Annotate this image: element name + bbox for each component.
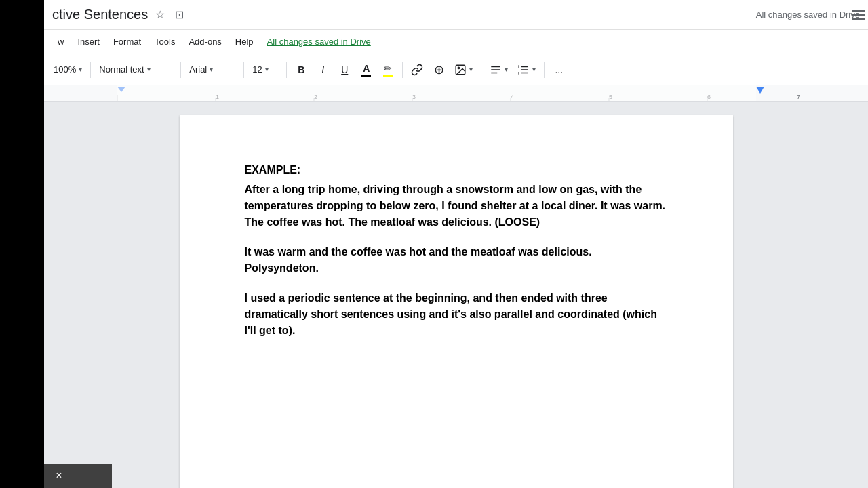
bold-button[interactable]: B <box>291 60 311 80</box>
menu-item-w[interactable]: w <box>52 34 69 49</box>
doc-title: ctive Sentences <box>52 7 148 22</box>
italic-button[interactable]: I <box>313 60 333 80</box>
more-options-button[interactable]: ... <box>549 60 569 80</box>
separator-1 <box>90 62 91 78</box>
save-status: All changes saved in Drive <box>756 9 860 20</box>
insert-comment-button[interactable]: ⊕ <box>429 60 449 80</box>
menu-item-format[interactable]: Format <box>108 34 146 49</box>
separator-4 <box>286 62 287 78</box>
font-arrow: ▾ <box>210 66 213 73</box>
style-selector[interactable]: Normal text ▾ <box>95 62 176 77</box>
font-selector[interactable]: Arial ▾ <box>185 62 239 77</box>
paragraph-2: It was warm and the coffee was hot and t… <box>245 244 668 277</box>
font-size-arrow: ▾ <box>265 66 269 73</box>
document-area[interactable]: EXAMPLE: After a long trip home, driving… <box>44 102 868 488</box>
hamburger-menu-icon[interactable] <box>849 5 868 24</box>
svg-marker-22 <box>756 87 764 94</box>
separator-7 <box>544 62 545 78</box>
text-color-letter: A <box>363 63 370 74</box>
menu-bar: w Insert Format Tools Add-ons Help All c… <box>44 30 868 54</box>
zoom-selector[interactable]: 100% ▾ <box>50 62 86 77</box>
zoom-value: 100% <box>54 64 76 75</box>
highlight-button[interactable]: ✏ <box>378 60 398 80</box>
style-value: Normal text <box>99 64 144 75</box>
close-button[interactable]: × <box>52 469 66 483</box>
menu-item-help[interactable]: Help <box>230 34 259 49</box>
separator-5 <box>402 62 403 78</box>
highlight-icon: ✏ <box>384 63 392 74</box>
underline-letter: U <box>341 64 348 75</box>
style-arrow: ▾ <box>147 66 151 73</box>
font-value: Arial <box>189 64 207 75</box>
title-bar: ctive Sentences ☆ ⊡ All changes saved in… <box>44 0 868 30</box>
text-color-button[interactable]: A <box>356 60 376 80</box>
svg-point-1 <box>458 67 460 68</box>
ruler: 1 2 3 4 5 6 7 <box>44 85 868 102</box>
insert-image-arrow: ▾ <box>469 66 473 73</box>
paragraph-1: After a long trip home, driving through … <box>245 182 668 230</box>
bookmark-icon[interactable]: ⊡ <box>172 8 186 22</box>
separator-3 <box>243 62 244 78</box>
align-arrow: ▾ <box>505 66 508 73</box>
toolbar: 100% ▾ Normal text ▾ Arial ▾ 12 ▾ B I U <box>44 54 868 85</box>
example-heading: EXAMPLE: <box>245 164 668 176</box>
menu-item-insert[interactable]: Insert <box>72 34 105 49</box>
star-icon[interactable]: ☆ <box>153 8 167 22</box>
line-spacing-arrow: ▾ <box>532 66 536 73</box>
insert-image-button[interactable]: ▾ <box>450 60 477 80</box>
zoom-arrow: ▾ <box>79 66 82 73</box>
font-size-selector[interactable]: 12 ▾ <box>248 62 282 77</box>
menu-item-tools[interactable]: Tools <box>149 34 180 49</box>
separator-2 <box>180 62 181 78</box>
underline-button[interactable]: U <box>334 60 355 80</box>
text-color-bar <box>361 75 371 77</box>
align-button[interactable]: ▾ <box>486 60 512 80</box>
document-page: EXAMPLE: After a long trip home, driving… <box>180 115 733 488</box>
highlight-bar <box>383 75 393 77</box>
save-status-link[interactable]: All changes saved in Drive <box>267 37 371 47</box>
svg-text:7: 7 <box>797 94 800 100</box>
link-button[interactable] <box>407 60 427 80</box>
bottom-bar: × <box>44 464 112 488</box>
font-size-value: 12 <box>252 64 262 75</box>
line-spacing-button[interactable]: ▾ <box>513 60 540 80</box>
paragraph-3: I used a periodic sentence at the beginn… <box>245 290 668 339</box>
separator-6 <box>481 62 481 78</box>
menu-item-addons[interactable]: Add-ons <box>183 34 226 49</box>
